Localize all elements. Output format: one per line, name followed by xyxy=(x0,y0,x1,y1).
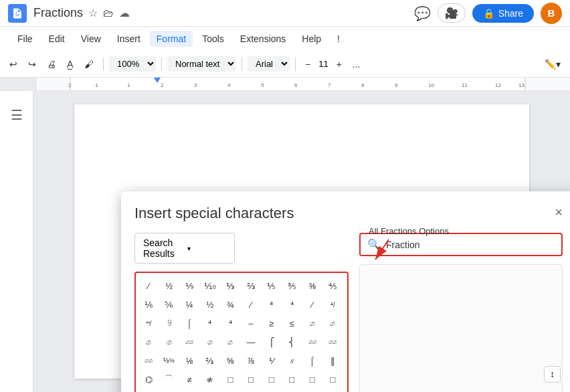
char-cell[interactable]: ශශ xyxy=(324,333,341,351)
char-cell[interactable]: □ xyxy=(221,371,239,388)
char-cell[interactable]: ශශ xyxy=(140,352,157,369)
zoom-select[interactable]: 100% xyxy=(109,56,156,72)
redo-button[interactable]: ↪ xyxy=(24,56,40,72)
char-cell[interactable]: □ xyxy=(304,389,321,392)
char-cell[interactable]: ‖ xyxy=(324,352,341,369)
user-avatar[interactable]: B xyxy=(541,3,562,24)
char-cell[interactable]: □ xyxy=(161,389,178,392)
char-cell[interactable]: — xyxy=(242,333,260,351)
menu-help[interactable]: Help xyxy=(295,31,328,47)
char-cell[interactable]: ≉ xyxy=(201,371,219,388)
char-cell[interactable]: ⁴ xyxy=(283,296,300,313)
more-options-button[interactable]: ... xyxy=(349,56,365,72)
char-cell[interactable]: ⅗ xyxy=(283,277,300,294)
char-cell[interactable]: ශ xyxy=(304,314,321,332)
undo-button[interactable]: ↩ xyxy=(5,56,21,72)
char-cell[interactable]: □ xyxy=(324,389,341,392)
char-cell[interactable]: ᵐ/ xyxy=(140,314,157,332)
char-cell[interactable]: ∕ xyxy=(140,277,157,294)
menu-tools[interactable]: Tools xyxy=(195,31,231,47)
char-cell[interactable]: ⅛ xyxy=(181,352,198,369)
char-cell[interactable]: □ xyxy=(181,389,198,392)
char-cell[interactable]: ⅔% xyxy=(161,352,178,369)
paint-format-button[interactable]: 🖌 xyxy=(80,56,98,72)
char-cell[interactable]: ⌠ xyxy=(304,352,321,369)
meet-button[interactable]: 🎥 xyxy=(438,3,466,23)
font-size-increase[interactable]: + xyxy=(332,56,346,72)
char-cell[interactable]: ⅘ xyxy=(324,277,341,294)
char-cell[interactable]: ශ xyxy=(140,333,157,351)
char-cell[interactable]: ⌠ xyxy=(181,314,198,332)
menu-insert[interactable]: Insert xyxy=(110,31,147,47)
char-cell[interactable]: ⅒ xyxy=(201,277,219,294)
print-button[interactable]: 🖨 xyxy=(43,56,60,72)
char-cell[interactable]: ⁴ xyxy=(201,314,219,332)
char-cell[interactable]: ⅔ xyxy=(242,277,260,294)
font-size-decrease[interactable]: − xyxy=(301,56,314,72)
menu-extensions[interactable]: Extensions xyxy=(233,31,292,47)
font-select[interactable]: Arial xyxy=(248,56,290,72)
char-cell[interactable]: ⁄ xyxy=(242,296,260,313)
share-button[interactable]: 🔒 Share xyxy=(472,4,534,23)
menu-format[interactable]: Format xyxy=(150,31,193,47)
char-cell[interactable]: ශ xyxy=(221,333,239,351)
star-icon[interactable]: ☆ xyxy=(88,7,98,19)
dialog-close-button[interactable]: × xyxy=(555,205,563,220)
char-cell[interactable]: ශ xyxy=(201,333,219,351)
search-dropdown[interactable]: Search Results ▾ xyxy=(134,233,235,264)
char-cell[interactable]: 𝑠 xyxy=(283,352,300,369)
char-cell[interactable]: ශ xyxy=(161,333,178,351)
char-cell[interactable]: ⎨ xyxy=(283,333,300,351)
char-cell[interactable]: □ xyxy=(283,389,300,392)
char-cell[interactable]: □ xyxy=(283,371,300,388)
spell-check-button[interactable]: A̲ xyxy=(63,56,78,72)
menu-view[interactable]: View xyxy=(74,31,108,47)
menu-file[interactable]: File xyxy=(11,31,39,47)
char-cell[interactable]: – xyxy=(242,314,260,332)
char-cell[interactable]: □ xyxy=(263,389,280,392)
char-cell[interactable]: ⌒ xyxy=(161,371,178,388)
char-cell[interactable]: ⁴ xyxy=(221,314,239,332)
comment-button[interactable]: 💬 xyxy=(414,5,431,21)
char-cell[interactable]: ශශ xyxy=(181,333,198,351)
char-cell[interactable]: ⎧ xyxy=(263,333,280,351)
char-cell[interactable]: □ xyxy=(324,371,341,388)
char-cell[interactable]: ⅟ xyxy=(263,352,280,369)
char-cell[interactable]: □ xyxy=(140,389,157,392)
char-cell[interactable]: ⅜ xyxy=(304,277,321,294)
char-cell[interactable]: □ xyxy=(304,371,321,388)
folder-icon[interactable]: 🗁 xyxy=(103,7,114,19)
char-cell[interactable]: ¼ xyxy=(181,296,198,313)
style-select[interactable]: Normal text xyxy=(167,56,236,72)
char-cell[interactable]: ⁴ xyxy=(263,296,280,313)
menu-edit[interactable]: Edit xyxy=(42,31,72,47)
char-cell[interactable]: □ xyxy=(263,371,280,388)
char-cell[interactable]: ½ xyxy=(201,296,219,313)
char-cell[interactable]: □ xyxy=(242,371,260,388)
char-cell[interactable]: ⅔ xyxy=(201,352,219,369)
navigate-button[interactable]: ↕ xyxy=(544,366,561,383)
char-cell[interactable]: □ xyxy=(242,389,260,392)
edit-mode-button[interactable]: ✏️▾ xyxy=(541,56,565,72)
char-cell[interactable]: ¾ xyxy=(221,296,239,313)
char-cell[interactable]: ශශ xyxy=(304,333,321,351)
char-cell[interactable]: ⅕ xyxy=(263,277,280,294)
char-cell[interactable]: ≥ xyxy=(263,314,280,332)
char-cell[interactable]: □ xyxy=(201,389,219,392)
char-cell[interactable]: ⅓ xyxy=(221,277,239,294)
char-cell[interactable]: ⌬ xyxy=(140,371,157,388)
char-cell[interactable]: ⅝ xyxy=(221,352,239,369)
char-cell[interactable]: □ xyxy=(221,389,239,392)
char-cell[interactable]: ශ xyxy=(324,314,341,332)
char-cell[interactable]: ⅞ xyxy=(242,352,260,369)
char-cell[interactable]: ⁴/ xyxy=(324,296,341,313)
char-cell[interactable]: ⅑ xyxy=(181,277,198,294)
outline-icon[interactable]: ☰ xyxy=(5,102,28,128)
char-cell[interactable]: ∕ xyxy=(304,296,321,313)
app-icon[interactable] xyxy=(8,4,27,23)
char-cell[interactable]: ½ xyxy=(161,277,178,294)
char-cell[interactable]: 𝟿 xyxy=(161,314,178,332)
char-cell[interactable]: ⅚ xyxy=(161,296,178,313)
char-cell[interactable]: ≠ xyxy=(181,371,198,388)
cloud-icon[interactable]: ☁ xyxy=(119,7,130,19)
